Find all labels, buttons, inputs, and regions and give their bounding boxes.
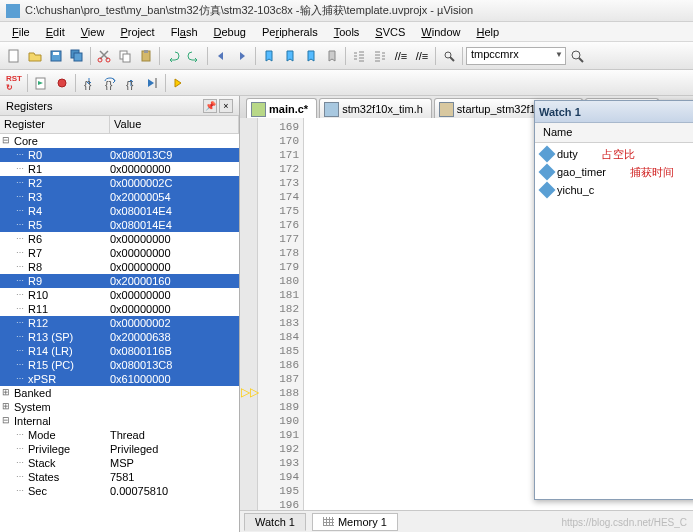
svg-rect-4 (74, 53, 82, 61)
reg-name: R6 (28, 232, 110, 246)
reg-group-core[interactable]: Core (0, 134, 239, 148)
redo-icon[interactable] (184, 46, 204, 66)
reg-row[interactable]: R50x080014E4 (0, 218, 239, 232)
reg-row[interactable]: R15 (PC)0x080013C8 (0, 358, 239, 372)
reg-value: 0x00000002 (110, 316, 237, 330)
reg-row[interactable]: R100x00000000 (0, 288, 239, 302)
menu-project[interactable]: Project (112, 24, 162, 40)
reg-name: Stack (28, 456, 110, 470)
comment-icon[interactable]: //≡ (391, 46, 411, 66)
cut-icon[interactable] (94, 46, 114, 66)
reset-icon[interactable]: RST↻ (4, 73, 24, 93)
reg-row[interactable]: R40x080014E4 (0, 204, 239, 218)
watch-body[interactable]: duty占空比1000gao_timer捕获时间1000yichu_c0 (535, 143, 693, 219)
menu-file[interactable]: File (4, 24, 38, 40)
reg-name: R10 (28, 288, 110, 302)
nav-back-icon[interactable] (211, 46, 231, 66)
step-out-icon[interactable]: {} (121, 73, 141, 93)
undo-icon[interactable] (163, 46, 183, 66)
reg-row[interactable]: R13 (SP)0x20000638 (0, 330, 239, 344)
breakpoint-column[interactable]: ▷▷ (240, 118, 258, 532)
bookmark-icon[interactable] (259, 46, 279, 66)
save-all-icon[interactable] (67, 46, 87, 66)
reg-row[interactable]: ModeThread (0, 428, 239, 442)
watch-title-bar[interactable]: Watch 1 × (535, 101, 693, 123)
paste-icon[interactable] (136, 46, 156, 66)
reg-row[interactable]: R110x00000000 (0, 302, 239, 316)
step-into-icon[interactable]: {} (79, 73, 99, 93)
main-toolbar: //≡ //≡ tmpccmrx (0, 42, 693, 70)
indent-icon[interactable] (349, 46, 369, 66)
reg-group-internal[interactable]: Internal (0, 414, 239, 428)
menu-tools[interactable]: Tools (326, 24, 368, 40)
reg-row[interactable]: R60x00000000 (0, 232, 239, 246)
menu-help[interactable]: Help (468, 24, 507, 40)
separator-icon (255, 47, 256, 65)
watch-col-name[interactable]: Name (535, 123, 693, 142)
run-to-cursor-icon[interactable] (142, 73, 162, 93)
pin-icon[interactable]: 📌 (203, 99, 217, 113)
bottom-tab[interactable]: Watch 1 (244, 513, 306, 531)
reg-row[interactable]: R00x080013C9 (0, 148, 239, 162)
find-combo-text: tmpccmrx (471, 48, 519, 60)
save-icon[interactable] (46, 46, 66, 66)
reg-group-banked[interactable]: Banked (0, 386, 239, 400)
watch-row[interactable]: duty占空比1000 (537, 145, 693, 163)
watch-add-expression[interactable] (537, 199, 693, 217)
reg-row[interactable]: R30x20000054 (0, 190, 239, 204)
reg-row[interactable]: StackMSP (0, 456, 239, 470)
new-file-icon[interactable] (4, 46, 24, 66)
uncomment-icon[interactable]: //≡ (412, 46, 432, 66)
reg-name: R11 (28, 302, 110, 316)
find-icon[interactable] (439, 46, 459, 66)
reg-row[interactable]: R70x00000000 (0, 246, 239, 260)
menu-peripherals[interactable]: Peripherals (254, 24, 326, 40)
reg-row[interactable]: R14 (LR)0x0800116B (0, 344, 239, 358)
menu-svcs[interactable]: SVCS (367, 24, 413, 40)
menu-debug[interactable]: Debug (206, 24, 254, 40)
reg-row[interactable]: R20x0000002C (0, 176, 239, 190)
reg-row[interactable]: R80x00000000 (0, 260, 239, 274)
reg-row[interactable]: R90x20000160 (0, 274, 239, 288)
show-next-statement-icon[interactable] (169, 73, 189, 93)
reg-value: 0x0800116B (110, 344, 237, 358)
open-file-icon[interactable] (25, 46, 45, 66)
bottom-tab[interactable]: Memory 1 (312, 513, 398, 531)
file-tab[interactable]: stm32f10x_tim.h (319, 98, 432, 118)
close-icon[interactable]: × (219, 99, 233, 113)
run-icon[interactable] (31, 73, 51, 93)
stop-icon[interactable] (52, 73, 72, 93)
nav-fwd-icon[interactable] (232, 46, 252, 66)
reg-value: 0x080014E4 (110, 218, 237, 232)
watch-var-name: yichu_c (557, 184, 594, 196)
reg-row[interactable]: xPSR0x61000000 (0, 372, 239, 386)
separator-icon (27, 74, 28, 92)
step-over-icon[interactable]: {} (100, 73, 120, 93)
menu-view[interactable]: View (73, 24, 113, 40)
watch-row[interactable]: gao_timer捕获时间1000 (537, 163, 693, 181)
find-combo[interactable]: tmpccmrx (466, 47, 566, 65)
reg-name: R2 (28, 176, 110, 190)
file-tab[interactable]: main.c* (246, 98, 317, 118)
menu-flash[interactable]: Flash (163, 24, 206, 40)
unindent-icon[interactable] (370, 46, 390, 66)
reg-name: R9 (28, 274, 110, 288)
menu-edit[interactable]: Edit (38, 24, 73, 40)
bookmark-next-icon[interactable] (301, 46, 321, 66)
copy-icon[interactable] (115, 46, 135, 66)
reg-row[interactable]: States7581 (0, 470, 239, 484)
bookmark-clear-icon[interactable] (322, 46, 342, 66)
reg-group-system[interactable]: System (0, 400, 239, 414)
reg-row[interactable]: Sec0.00075810 (0, 484, 239, 498)
reg-row[interactable]: PrivilegePrivileged (0, 442, 239, 456)
watch-row[interactable]: yichu_c0 (537, 181, 693, 199)
registers-tree[interactable]: CoreR00x080013C9R10x00000000R20x0000002C… (0, 134, 239, 532)
reg-name: R12 (28, 316, 110, 330)
reg-value: 0x00000000 (110, 232, 237, 246)
bookmark-prev-icon[interactable] (280, 46, 300, 66)
find-in-files-icon[interactable] (567, 46, 587, 66)
reg-row[interactable]: R120x00000002 (0, 316, 239, 330)
title-bar: C:\chushan\pro_test\my_ban\stm32仿真\stm32… (0, 0, 693, 22)
menu-window[interactable]: Window (413, 24, 468, 40)
reg-row[interactable]: R10x00000000 (0, 162, 239, 176)
